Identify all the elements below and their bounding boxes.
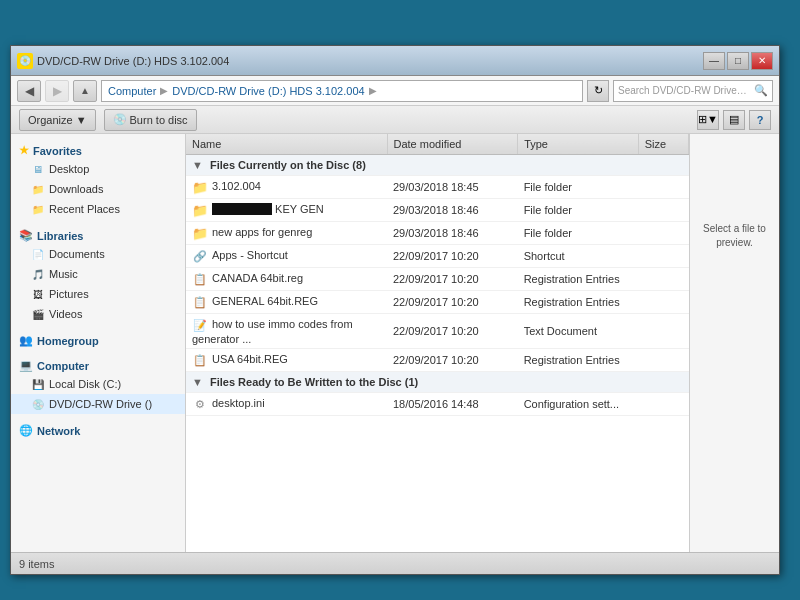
sidebar-item-recent[interactable]: 📁 Recent Places <box>11 199 185 219</box>
favorites-section: ★ Favorites 🖥 Desktop 📁 Downloads 📁 Rece… <box>11 140 185 219</box>
sidebar-item-music[interactable]: 🎵 Music <box>11 264 185 284</box>
path-computer: Computer <box>108 85 156 97</box>
address-path[interactable]: Computer ▶ DVD/CD-RW Drive (D:) HDS 3.10… <box>101 80 583 102</box>
file-date: 22/09/2017 10:20 <box>387 291 518 314</box>
table-row[interactable]: 📝how to use immo codes from generator ..… <box>186 314 689 349</box>
sidebar-item-dvd-drive[interactable]: 💿 DVD/CD-RW Drive () <box>11 394 185 414</box>
file-pane: Name Date modified Type Size ▼ Files Cur… <box>186 134 689 552</box>
file-date: 29/03/2018 18:46 <box>387 222 518 245</box>
table-row[interactable]: ⚙desktop.ini 18/05/2016 14:48 Configurat… <box>186 393 689 416</box>
file-table: Name Date modified Type Size ▼ Files Cur… <box>186 134 689 416</box>
file-date: 29/03/2018 18:46 <box>387 199 518 222</box>
file-type: Configuration sett... <box>518 393 639 416</box>
recent-icon: 📁 <box>31 202 45 216</box>
burn-button[interactable]: 💿 Burn to disc <box>104 109 197 131</box>
search-placeholder: Search DVD/CD-RW Drive (D:) HDS 3... <box>618 85 748 96</box>
folder-icon: 📁 <box>192 179 208 195</box>
file-type: File folder <box>518 176 639 199</box>
search-bar[interactable]: Search DVD/CD-RW Drive (D:) HDS 3... 🔍 <box>613 80 773 102</box>
reg-icon: 📋 <box>192 271 208 287</box>
redacted-name <box>212 203 272 215</box>
minimize-button[interactable]: — <box>703 52 725 70</box>
maximize-button[interactable]: □ <box>727 52 749 70</box>
file-name: 📋GENERAL 64bit.REG <box>186 291 387 314</box>
table-row[interactable]: 📋GENERAL 64bit.REG 22/09/2017 10:20 Regi… <box>186 291 689 314</box>
homegroup-icon: 👥 <box>19 334 33 347</box>
file-type: Registration Entries <box>518 291 639 314</box>
file-name: 📋USA 64bit.REG <box>186 349 387 372</box>
col-type[interactable]: Type <box>518 134 639 155</box>
file-name: ⚙desktop.ini <box>186 393 387 416</box>
star-icon: ★ <box>19 144 29 157</box>
favorites-title: ★ Favorites <box>11 140 185 159</box>
desktop-icon: 🖥 <box>31 162 45 176</box>
statusbar: 9 items <box>11 552 779 574</box>
file-size <box>638 349 688 372</box>
path-sep2: ▶ <box>369 85 377 96</box>
organize-arrow: ▼ <box>76 114 87 126</box>
up-button[interactable]: ▲ <box>73 80 97 102</box>
documents-icon: 📄 <box>31 247 45 261</box>
refresh-button[interactable]: ↻ <box>587 80 609 102</box>
ini-icon: ⚙ <box>192 396 208 412</box>
file-date: 22/09/2017 10:20 <box>387 245 518 268</box>
organize-button[interactable]: Organize ▼ <box>19 109 96 131</box>
computer-section: 💻 Computer 💾 Local Disk (C:) 💿 DVD/CD-RW… <box>11 355 185 414</box>
file-size <box>638 199 688 222</box>
view-options-button[interactable]: ⊞▼ <box>697 110 719 130</box>
table-row[interactable]: 📁new apps for genreg 29/03/2018 18:46 Fi… <box>186 222 689 245</box>
titlebar: 💿 DVD/CD-RW Drive (D:) HDS 3.102.004 — □… <box>11 46 779 76</box>
file-type: File folder <box>518 222 639 245</box>
file-name: 📝how to use immo codes from generator ..… <box>186 314 387 349</box>
sidebar-item-local-disk[interactable]: 💾 Local Disk (C:) <box>11 374 185 394</box>
sidebar-item-pictures[interactable]: 🖼 Pictures <box>11 284 185 304</box>
local-disk-icon: 💾 <box>31 377 45 391</box>
sidebar-item-desktop[interactable]: 🖥 Desktop <box>11 159 185 179</box>
file-type: File folder <box>518 199 639 222</box>
file-type: Registration Entries <box>518 268 639 291</box>
forward-button[interactable]: ▶ <box>45 80 69 102</box>
homegroup-title: 👥 Homegroup <box>11 330 185 349</box>
file-size <box>638 268 688 291</box>
table-row[interactable]: 🔗Apps - Shortcut 22/09/2017 10:20 Shortc… <box>186 245 689 268</box>
titlebar-left: 💿 DVD/CD-RW Drive (D:) HDS 3.102.004 <box>17 53 229 69</box>
file-date: 29/03/2018 18:45 <box>387 176 518 199</box>
file-size <box>638 222 688 245</box>
col-date[interactable]: Date modified <box>387 134 518 155</box>
sidebar-item-documents[interactable]: 📄 Documents <box>11 244 185 264</box>
close-button[interactable]: ✕ <box>751 52 773 70</box>
help-button[interactable]: ? <box>749 110 771 130</box>
file-size <box>638 176 688 199</box>
computer-icon: 💻 <box>19 359 33 372</box>
path-sep1: ▶ <box>160 85 168 96</box>
library-icon: 📚 <box>19 229 33 242</box>
preview-pane-button[interactable]: ▤ <box>723 110 745 130</box>
select-preview-text: Select a file to preview. <box>694 222 775 250</box>
sidebar: ★ Favorites 🖥 Desktop 📁 Downloads 📁 Rece… <box>11 134 186 552</box>
sidebar-item-videos[interactable]: 🎬 Videos <box>11 304 185 324</box>
table-row[interactable]: 📋CANADA 64bit.reg 22/09/2017 10:20 Regis… <box>186 268 689 291</box>
file-name: 📁new apps for genreg <box>186 222 387 245</box>
col-name[interactable]: Name <box>186 134 387 155</box>
explorer-window: 💿 DVD/CD-RW Drive (D:) HDS 3.102.004 — □… <box>10 45 780 575</box>
table-row[interactable]: 📋USA 64bit.REG 22/09/2017 10:20 Registra… <box>186 349 689 372</box>
file-name: 📁 KEY GEN <box>186 199 387 222</box>
burn-label: Burn to disc <box>130 114 188 126</box>
file-size <box>638 314 688 349</box>
file-name: 🔗Apps - Shortcut <box>186 245 387 268</box>
file-date: 18/05/2016 14:48 <box>387 393 518 416</box>
col-size[interactable]: Size <box>638 134 688 155</box>
folder-icon: 📁 <box>31 182 45 196</box>
collapse-arrow: ▼ <box>192 159 203 171</box>
section-on-disc: ▼ Files Currently on the Disc (8) <box>186 155 689 176</box>
file-type: Registration Entries <box>518 349 639 372</box>
file-size <box>638 393 688 416</box>
network-section: 🌐 Network <box>11 420 185 439</box>
back-button[interactable]: ◀ <box>17 80 41 102</box>
table-row[interactable]: 📁3.102.004 29/03/2018 18:45 File folder <box>186 176 689 199</box>
table-row[interactable]: 📁 KEY GEN 29/03/2018 18:46 File folder <box>186 199 689 222</box>
collapse-arrow: ▼ <box>192 376 203 388</box>
sidebar-item-downloads[interactable]: 📁 Downloads <box>11 179 185 199</box>
window-icon: 💿 <box>17 53 33 69</box>
folder-icon: 📁 <box>192 202 208 218</box>
